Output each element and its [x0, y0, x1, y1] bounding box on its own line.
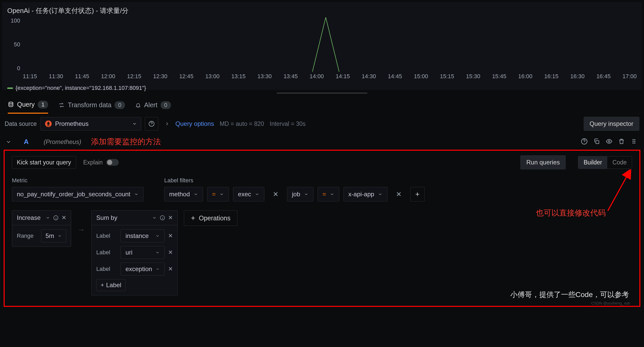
filter-key-select[interactable]: job — [287, 187, 313, 201]
chevron-right-icon[interactable] — [164, 121, 170, 126]
eye-icon[interactable] — [606, 138, 613, 146]
tab-transform[interactable]: Transform data 0 — [58, 97, 125, 114]
svg-point-5 — [608, 140, 610, 142]
query-options-interval: Interval = 30s — [270, 120, 306, 127]
label-select[interactable]: uri — [121, 246, 164, 259]
x-tick: 12:30 — [153, 73, 167, 80]
add-operation-button[interactable]: + Operations — [184, 210, 237, 226]
svg-point-0 — [9, 102, 13, 104]
drag-handle-icon[interactable] — [631, 138, 638, 146]
y-tick: 50 — [7, 41, 20, 48]
filter-key-select[interactable]: method — [164, 187, 203, 201]
add-filter-button[interactable]: + — [410, 187, 425, 201]
x-tick: 14:30 — [362, 73, 376, 80]
query-options-link[interactable]: Query options — [175, 120, 214, 127]
chevron-down-icon — [132, 121, 137, 126]
range-select[interactable]: 5m — [41, 229, 66, 242]
label-select[interactable]: instance — [121, 229, 164, 242]
x-tick: 14:45 — [388, 73, 402, 80]
remove-label-button[interactable]: ✕ — [168, 249, 173, 256]
svg-point-9 — [634, 141, 635, 142]
help-button[interactable] — [145, 117, 158, 131]
query-inspector-button[interactable]: Query inspector — [584, 117, 639, 131]
mode-builder[interactable]: Builder — [578, 156, 607, 169]
plot-area — [23, 17, 637, 72]
datasource-select[interactable]: Prometheus — [40, 117, 141, 131]
x-tick: 13:45 — [283, 73, 298, 80]
explain-toggle[interactable] — [106, 159, 119, 166]
x-tick: 15:15 — [440, 73, 454, 80]
help-icon[interactable] — [581, 138, 589, 146]
remove-filter-button[interactable]: ✕ — [392, 187, 406, 201]
remove-filter-button[interactable]: ✕ — [268, 187, 283, 201]
label-label: Label — [96, 233, 117, 239]
info-icon[interactable] — [160, 215, 165, 220]
query-letter[interactable]: A — [24, 138, 29, 146]
label-filters-label: Label filters — [164, 177, 425, 184]
chevron-down-icon[interactable] — [46, 215, 50, 220]
svg-point-7 — [634, 139, 635, 140]
resize-handle[interactable] — [0, 92, 644, 94]
x-tick: 16:45 — [596, 73, 611, 80]
x-tick: 17:00 — [623, 73, 637, 80]
kick-start-button[interactable]: Kick start your query — [12, 156, 76, 169]
remove-label-button[interactable]: ✕ — [168, 233, 173, 239]
operation-title: Sum by — [96, 214, 149, 221]
tab-label: Transform data — [68, 101, 111, 109]
query-builder: Kick start your query Explain Run querie… — [4, 150, 640, 307]
filter-value-select[interactable]: exec — [233, 187, 264, 201]
svg-rect-4 — [596, 140, 599, 143]
tab-alert[interactable]: Alert 0 — [135, 97, 171, 114]
svg-point-6 — [633, 139, 634, 140]
add-label-button[interactable]: +Label — [96, 279, 126, 291]
tab-query[interactable]: Query 1 — [8, 97, 48, 114]
x-tick: 14:00 — [310, 73, 324, 80]
x-tick: 16:30 — [570, 73, 585, 80]
label-select[interactable]: exception — [121, 263, 164, 276]
filter-op-select[interactable]: = — [318, 187, 339, 201]
y-tick: 0 — [7, 65, 20, 72]
info-icon[interactable] — [53, 215, 58, 220]
trash-icon[interactable] — [618, 138, 626, 146]
copy-icon[interactable] — [593, 138, 601, 146]
mode-switch: Builder Code — [578, 156, 632, 169]
chart-area[interactable]: 100 50 0 11:1511:3011:4512:0012:1512:301… — [2, 17, 642, 90]
chart-legend[interactable]: {exception="none", instance="192.168.1.1… — [7, 85, 146, 91]
filter-op-select[interactable]: = — [207, 187, 229, 201]
svg-point-10 — [633, 142, 634, 143]
metric-label: Metric — [12, 177, 144, 184]
query-datasource-name: (Prometheus) — [44, 138, 81, 146]
tab-badge: 0 — [115, 101, 125, 109]
chevron-down-icon[interactable] — [6, 139, 11, 145]
x-tick: 15:30 — [466, 73, 480, 80]
transform-icon — [58, 102, 65, 108]
query-options-group: Query options MD = auto = 820 Interval =… — [164, 120, 305, 127]
metric-select[interactable]: no_pay_notify_order_job_seconds_count — [12, 187, 144, 201]
filter-value-select[interactable]: x-api-app — [343, 187, 387, 201]
datasource-value: Prometheus — [55, 120, 88, 127]
label-label: Label — [96, 266, 117, 272]
chevron-down-icon[interactable] — [152, 215, 157, 220]
tab-badge: 1 — [38, 101, 48, 109]
operation-sumby: Sum by ✕ Label instance ✕ Label uri ✕ La… — [91, 210, 178, 295]
filter-section: Metric no_pay_notify_order_job_seconds_c… — [12, 177, 632, 201]
datasource-row: Data source Prometheus Query options MD … — [0, 114, 644, 134]
legend-label: {exception="none", instance="192.168.1.1… — [16, 85, 146, 91]
query-row-header: A (Prometheus) 添加需要监控的方法 — [0, 134, 644, 150]
remove-operation-button[interactable]: ✕ — [168, 214, 173, 221]
datasource-label: Data source — [5, 120, 37, 127]
query-row-actions — [581, 138, 638, 146]
remove-operation-button[interactable]: ✕ — [62, 214, 66, 221]
x-tick: 12:45 — [179, 73, 193, 80]
operation-title: Increase — [17, 214, 42, 221]
tabs-row: Query 1 Transform data 0 Alert 0 — [0, 97, 644, 114]
builder-toolbar: Kick start your query Explain Run querie… — [12, 155, 632, 169]
run-queries-button[interactable]: Run queries — [520, 155, 566, 169]
mode-code[interactable]: Code — [607, 156, 632, 169]
metric-group: Metric no_pay_notify_order_job_seconds_c… — [12, 177, 144, 201]
remove-label-button[interactable]: ✕ — [168, 266, 173, 272]
panel-title: OpenAi - 任务(订单支付状态) - 请求量/分 — [2, 2, 642, 17]
x-tick: 13:15 — [231, 73, 246, 80]
chart-panel: OpenAi - 任务(订单支付状态) - 请求量/分 100 50 0 11:… — [2, 2, 642, 90]
x-tick: 11:45 — [75, 73, 89, 80]
